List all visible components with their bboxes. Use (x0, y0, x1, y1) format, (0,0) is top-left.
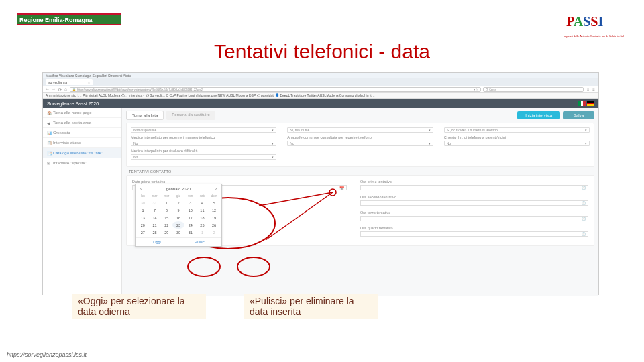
cal-day[interactable]: 27 (137, 229, 149, 236)
nav-fwd-icon[interactable]: → (52, 87, 56, 91)
field-inutile[interactable]: Sì, ma inutile▾ (287, 127, 433, 133)
cal-day-header: sab (197, 193, 209, 199)
field-ora-4[interactable]: 🕐 (360, 231, 588, 237)
cal-day[interactable]: 12 (208, 206, 220, 214)
cal-day[interactable]: 4 (197, 199, 209, 206)
field-ora-1[interactable]: 🕐 (360, 185, 588, 190)
reload-icon[interactable]: ⟳ (58, 87, 62, 91)
cal-day-header: lun (137, 193, 149, 199)
sidebar-item-catalog[interactable]: 📑Catalogo interviste "da fare" (43, 148, 121, 158)
clock-icon[interactable]: 🕐 (582, 186, 586, 190)
caption-oggi: «Oggi» per selezionare la data odierna (72, 294, 206, 319)
cal-day[interactable]: 7 (149, 206, 161, 214)
cal-day[interactable]: 18 (197, 214, 209, 221)
cal-day[interactable]: 15 (160, 214, 172, 221)
back-icon: ◀ (47, 121, 51, 125)
cal-day[interactable]: 19 (208, 214, 220, 221)
salva-button[interactable]: Salva (563, 111, 594, 119)
cal-month[interactable]: gennaio 2020 (166, 187, 191, 191)
cal-pulisci[interactable]: Pulisci (178, 238, 221, 246)
cal-day[interactable]: 8 (160, 206, 172, 214)
cal-day[interactable]: 2 (172, 199, 184, 206)
lang-de-icon[interactable] (587, 101, 594, 106)
cal-day[interactable]: 14 (149, 214, 161, 221)
cal-day[interactable]: 25 (197, 221, 209, 229)
browser-frame: Modifica Visualizza Cronologia Segnalibr… (42, 72, 599, 295)
list-icon: 📋 (47, 141, 51, 145)
cal-day-header: mar (149, 193, 161, 199)
field-medico-difficolta[interactable]: No▾ (131, 154, 276, 160)
cal-day[interactable]: 30 (137, 199, 149, 206)
clock-icon[interactable]: 🕐 (582, 201, 586, 205)
region-logo-text: Regione Emilia-Romagna (19, 17, 93, 23)
cal-day[interactable]: 9 (172, 206, 184, 214)
cal-day[interactable]: 26 (208, 221, 220, 229)
cal-day-header: ven (184, 193, 197, 199)
download-icon[interactable]: ⬇ (586, 87, 590, 91)
field-ora-2[interactable]: 🕐 (360, 200, 588, 206)
field-anagrafe[interactable]: No▾ (287, 141, 433, 146)
field-parenti[interactable]: No▾ (444, 141, 590, 146)
sidebar-item-back[interactable]: ◀Torna alla scelta area (43, 118, 121, 128)
cal-day[interactable]: 5 (208, 199, 220, 206)
cal-oggi[interactable]: Oggi (136, 238, 178, 246)
nav-back-icon[interactable]: ← (46, 87, 50, 91)
lang-it-icon[interactable] (578, 101, 586, 106)
cal-day[interactable]: 13 (137, 214, 149, 221)
cal-prev-icon[interactable]: ‹ (138, 186, 144, 191)
catalog-icon: 📑 (47, 151, 51, 155)
cal-day[interactable]: 29 (160, 229, 172, 236)
calendar-icon[interactable]: 📅 (339, 186, 344, 190)
tab-torna-lista[interactable]: Torna alla lista (126, 111, 164, 120)
cal-day[interactable]: 22 (160, 221, 172, 229)
cal-day[interactable]: 31 (149, 199, 161, 206)
field-medico-reperire[interactable]: No▾ (131, 141, 276, 146)
cal-day[interactable]: 16 (172, 214, 184, 221)
cal-day[interactable]: 20 (137, 221, 149, 229)
sidebar-item-sent[interactable]: ✉Interviste "spedite" (43, 158, 121, 168)
cal-next-icon[interactable]: › (213, 186, 219, 191)
cal-day[interactable]: 3 (184, 199, 197, 206)
caption-pulisci: «Pulisci» per eliminare la data inserita (244, 294, 378, 319)
search-bar[interactable]: QCerca (483, 87, 584, 92)
svg-text:PASSI: PASSI (566, 14, 603, 29)
cal-day[interactable]: 24 (184, 221, 197, 229)
url-bar[interactable]: 🔒https://sorveglianzepassi.iss.it/W/dati… (70, 87, 481, 92)
svg-rect-1 (565, 32, 623, 32)
cal-day[interactable]: 21 (149, 221, 161, 229)
slide-title: Tentativi telefonici - data (0, 40, 644, 63)
cal-day[interactable]: 2 (208, 229, 220, 236)
cal-day[interactable]: 28 (149, 229, 161, 236)
passi-logo: PASSI Progressi delle Aziende Sanitarie … (564, 10, 624, 44)
sidebar-item-dashboard[interactable]: 📊Cruscotto (43, 128, 121, 138)
cal-day[interactable]: 1 (160, 199, 172, 206)
cal-day[interactable]: 10 (184, 206, 197, 214)
field-disponibile[interactable]: Non disponibile▾ (131, 127, 276, 133)
home-icon[interactable]: ⌂ (64, 87, 68, 91)
menu-icon[interactable]: ≡ (592, 87, 596, 91)
cal-day[interactable]: 1 (197, 229, 209, 236)
clock-icon[interactable]: 🕐 (582, 217, 586, 221)
app-header: Sorveglianze Passi 2020 (43, 99, 598, 108)
field-ora-3[interactable]: 🕐 (360, 216, 588, 221)
cal-day[interactable]: 30 (172, 229, 184, 236)
cal-day[interactable]: 11 (197, 206, 209, 214)
inizia-button[interactable]: Inizia intervista (517, 111, 560, 119)
sidebar-item-home[interactable]: 🏠Torna alla home page (43, 108, 121, 118)
tentativi-block: Data primo tentativo 📅 ‹ gennaio 2020 › … (126, 175, 594, 246)
passi-subtitle: Progressi delle Aziende Sanitarie per la… (564, 34, 624, 38)
cal-day[interactable]: 31 (184, 229, 197, 236)
cal-day[interactable]: 23 (172, 221, 184, 229)
calendar-popup[interactable]: ‹ gennaio 2020 › lunmarmergiovensabdom30… (135, 184, 222, 247)
cal-day-header: mer (160, 193, 172, 199)
cal-day[interactable]: 17 (184, 214, 197, 221)
clock-icon[interactable]: 🕐 (582, 232, 586, 236)
bookmarks-bar[interactable]: Amministrazione sito |… Più visitati AUS… (43, 93, 598, 99)
cal-day[interactable]: 6 (137, 206, 149, 214)
field-trovato[interactable]: Sì, ho trovato il numero di telefono▾ (444, 127, 590, 133)
browser-tab[interactable]: sorveglianza× (46, 79, 93, 85)
sidebar-item-expected[interactable]: 📋Interviste attese (43, 138, 121, 148)
tab-persona-sostituire[interactable]: Persona da sostituire (166, 111, 215, 120)
sidebar: 🏠Torna alla home page ◀Torna alla scelta… (43, 108, 122, 296)
cal-day-header: dom (208, 193, 220, 199)
